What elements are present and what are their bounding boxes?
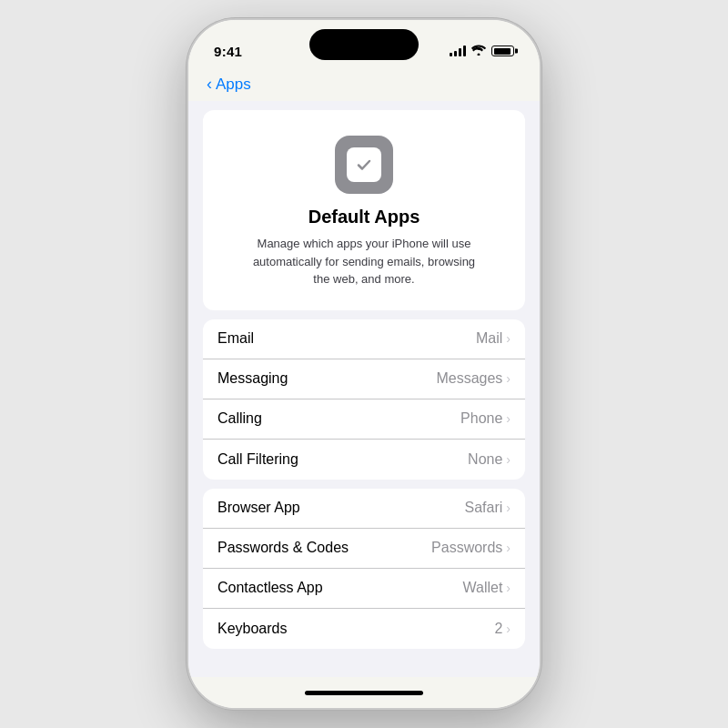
call-filtering-right: None › bbox=[468, 451, 511, 468]
calling-label: Calling bbox=[217, 410, 262, 427]
browser-value: Safari bbox=[465, 500, 503, 516]
back-label: Apps bbox=[216, 76, 251, 94]
contactless-label: Contactless App bbox=[217, 580, 323, 596]
status-bar: 9:41 bbox=[188, 20, 540, 69]
email-value: Mail bbox=[476, 330, 502, 347]
calling-right: Phone › bbox=[460, 410, 511, 427]
battery-icon bbox=[491, 46, 514, 56]
calling-chevron-icon: › bbox=[506, 411, 511, 426]
header-title: Default Apps bbox=[308, 207, 420, 228]
email-right: Mail › bbox=[476, 330, 511, 347]
browser-chevron-icon: › bbox=[506, 500, 511, 515]
messaging-right: Messages › bbox=[436, 370, 511, 387]
browser-right: Safari › bbox=[465, 500, 511, 516]
header-section: Default Apps Manage which apps your iPho… bbox=[203, 110, 525, 310]
call-filtering-row[interactable]: Call Filtering None › bbox=[203, 440, 525, 480]
browser-row[interactable]: Browser App Safari › bbox=[203, 489, 525, 529]
call-filtering-label: Call Filtering bbox=[217, 451, 298, 468]
home-indicator bbox=[188, 677, 540, 708]
wifi-icon bbox=[471, 45, 486, 58]
passwords-right: Passwords › bbox=[431, 540, 511, 556]
calling-value: Phone bbox=[460, 410, 502, 427]
phone-frame: 9:41 ‹ Apps bbox=[187, 18, 541, 710]
passwords-chevron-icon: › bbox=[506, 541, 511, 555]
passwords-row[interactable]: Passwords & Codes Passwords › bbox=[203, 529, 525, 569]
messaging-chevron-icon: › bbox=[506, 371, 511, 386]
settings-group-1: Email Mail › Messaging Messages › Callin… bbox=[203, 319, 525, 480]
chevron-left-icon: ‹ bbox=[207, 75, 212, 94]
screen-content: Default Apps Manage which apps your iPho… bbox=[188, 101, 540, 677]
passwords-value: Passwords bbox=[431, 540, 502, 556]
keyboards-row[interactable]: Keyboards 2 › bbox=[203, 609, 525, 649]
keyboards-chevron-icon: › bbox=[506, 622, 511, 636]
home-bar bbox=[305, 691, 423, 695]
passwords-label: Passwords & Codes bbox=[217, 540, 349, 556]
messaging-value: Messages bbox=[436, 370, 502, 387]
nav-bar: ‹ Apps bbox=[188, 69, 540, 101]
checkmark-icon bbox=[354, 155, 374, 175]
back-button[interactable]: ‹ Apps bbox=[207, 75, 521, 94]
keyboards-label: Keyboards bbox=[217, 621, 288, 637]
calling-row[interactable]: Calling Phone › bbox=[203, 399, 525, 440]
contactless-right: Wallet › bbox=[462, 580, 511, 596]
call-filtering-chevron-icon: › bbox=[506, 452, 511, 467]
contactless-row[interactable]: Contactless App Wallet › bbox=[203, 569, 525, 609]
keyboards-value: 2 bbox=[494, 621, 502, 637]
status-icons bbox=[450, 45, 514, 58]
messaging-row[interactable]: Messaging Messages › bbox=[203, 359, 525, 399]
app-icon bbox=[335, 136, 393, 194]
messaging-label: Messaging bbox=[217, 370, 288, 387]
status-time: 9:41 bbox=[214, 44, 242, 59]
contactless-value: Wallet bbox=[462, 580, 502, 596]
contactless-chevron-icon: › bbox=[506, 581, 511, 595]
call-filtering-value: None bbox=[468, 451, 502, 468]
settings-group-2: Browser App Safari › Passwords & Codes P… bbox=[203, 489, 525, 649]
email-chevron-icon: › bbox=[506, 331, 511, 346]
email-label: Email bbox=[217, 330, 254, 347]
email-row[interactable]: Email Mail › bbox=[203, 319, 525, 359]
signal-bars-icon bbox=[450, 46, 466, 56]
svg-rect-0 bbox=[354, 155, 374, 175]
browser-label: Browser App bbox=[217, 500, 300, 516]
keyboards-right: 2 › bbox=[494, 621, 511, 637]
dynamic-island bbox=[309, 29, 419, 60]
header-subtitle: Manage which apps your iPhone will use a… bbox=[246, 235, 482, 288]
app-icon-inner bbox=[347, 147, 381, 182]
